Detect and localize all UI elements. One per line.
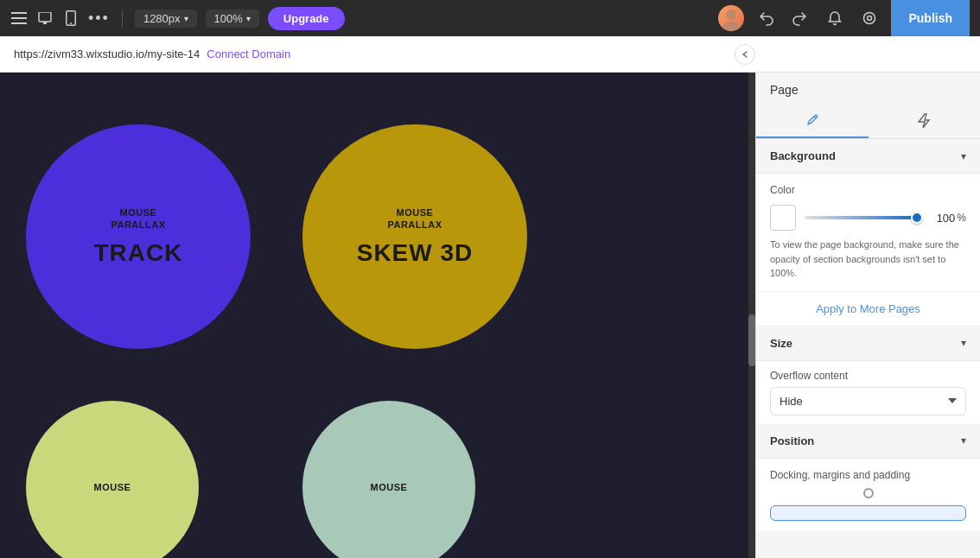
canvas-scrollbar[interactable] [748, 73, 755, 558]
color-label: Color [770, 184, 966, 196]
color-swatch[interactable] [770, 205, 796, 231]
site-url: https://zivm33.wixstudio.io/my-site-14 [14, 48, 200, 60]
svg-rect-1 [11, 17, 27, 19]
overflow-label: Overflow content [770, 370, 966, 382]
notifications-button[interactable] [822, 5, 848, 31]
divider [122, 10, 123, 27]
docking-radio[interactable] [863, 488, 874, 498]
addressbar-row: https://zivm33.wixstudio.io/my-site-14 C… [0, 36, 980, 73]
circle-teal-top-label: MOUSE [371, 481, 408, 493]
main-content: MOUSE PARALLAX TRACK MOUSE PARALLAX SKEW… [0, 73, 980, 558]
addressbar: https://zivm33.wixstudio.io/my-site-14 C… [0, 36, 755, 72]
zoom-selector[interactable]: 100% ▾ [206, 10, 259, 28]
opacity-value-container: % [926, 212, 966, 225]
more-options-button[interactable]: ••• [88, 10, 110, 28]
background-section-content: Color % To view the page background, mak… [756, 174, 980, 291]
svg-rect-5 [41, 22, 48, 22]
lightning-tab[interactable] [869, 104, 981, 138]
position-chevron: ▾ [961, 434, 966, 447]
apply-to-more-pages-button[interactable]: Apply to More Pages [756, 291, 980, 327]
panel-title: Page [756, 73, 980, 97]
avatar[interactable] [718, 5, 744, 31]
svg-point-10 [864, 13, 875, 24]
circle-teal[interactable]: MOUSE [302, 401, 475, 558]
background-title: Background [770, 149, 836, 162]
design-tab[interactable] [756, 104, 869, 138]
docking-label: Docking, margins and padding [770, 469, 966, 481]
docking-grid-button[interactable] [770, 505, 966, 521]
viewport-chevron: ▾ [184, 14, 188, 23]
panel-collapse-button[interactable] [735, 44, 755, 65]
publish-button[interactable]: Publish [891, 0, 970, 36]
opacity-slider[interactable] [805, 205, 917, 231]
opacity-input[interactable] [926, 212, 955, 225]
circle-yellow[interactable]: MOUSE PARALLAX SKEW 3D [302, 124, 527, 349]
properties-panel: Page Background ▾ Color [755, 73, 980, 558]
opacity-unit: % [957, 212, 966, 224]
preview-icon[interactable] [36, 10, 54, 27]
size-title: Size [770, 337, 792, 350]
opacity-thumb [911, 212, 923, 224]
svg-point-8 [726, 10, 736, 20]
circle-blue-main-label: TRACK [94, 239, 183, 267]
background-hint: To view the page background, make sure t… [770, 238, 966, 281]
viewport-value: 1280px [143, 12, 181, 25]
svg-rect-2 [11, 22, 27, 24]
svg-point-11 [868, 16, 872, 21]
viewport-selector[interactable]: 1280px ▾ [135, 10, 197, 28]
menu-icon[interactable] [10, 10, 28, 27]
circle-green-top-label: MOUSE [94, 481, 131, 493]
position-section-content: Docking, margins and padding [756, 459, 980, 531]
svg-rect-3 [39, 12, 51, 22]
circle-green[interactable]: MOUSE [26, 401, 199, 558]
position-title: Position [770, 434, 814, 447]
svg-point-9 [722, 22, 740, 31]
svg-rect-0 [11, 12, 27, 14]
connect-domain-button[interactable]: Connect Domain [207, 48, 290, 60]
circle-yellow-main-label: SKEW 3D [357, 239, 474, 267]
redo-button[interactable] [787, 5, 813, 31]
mobile-icon[interactable] [62, 10, 80, 27]
upgrade-button[interactable]: Upgrade [268, 7, 345, 30]
size-section-content: Overflow content Hide Show Scroll [756, 361, 980, 424]
opacity-track [805, 216, 917, 219]
size-section-header[interactable]: Size ▾ [756, 327, 980, 361]
canvas[interactable]: MOUSE PARALLAX TRACK MOUSE PARALLAX SKEW… [0, 73, 755, 558]
circle-yellow-top-label: MOUSE PARALLAX [387, 206, 442, 231]
zoom-chevron: ▾ [246, 14, 251, 23]
size-chevron: ▾ [961, 337, 966, 349]
color-row: % [770, 205, 966, 231]
background-chevron: ▾ [961, 150, 966, 162]
circle-blue-top-label: MOUSE PARALLAX [111, 206, 165, 231]
circle-blue[interactable]: MOUSE PARALLAX TRACK [26, 124, 251, 349]
docking-radio-row [770, 488, 966, 498]
position-section-header[interactable]: Position ▾ [756, 424, 980, 459]
undo-button[interactable] [753, 5, 779, 31]
scrollbar-thumb[interactable] [748, 314, 755, 366]
overflow-select[interactable]: Hide Show Scroll [770, 387, 966, 415]
svg-rect-4 [43, 22, 47, 24]
preview-view-button[interactable] [856, 5, 882, 31]
svg-line-12 [814, 117, 816, 118]
panel-tabs [756, 104, 980, 139]
svg-point-7 [70, 22, 72, 24]
zoom-value: 100% [214, 12, 243, 25]
topbar: ••• 1280px ▾ 100% ▾ Upgrade Publish [0, 0, 980, 36]
background-section-header[interactable]: Background ▾ [756, 139, 980, 174]
